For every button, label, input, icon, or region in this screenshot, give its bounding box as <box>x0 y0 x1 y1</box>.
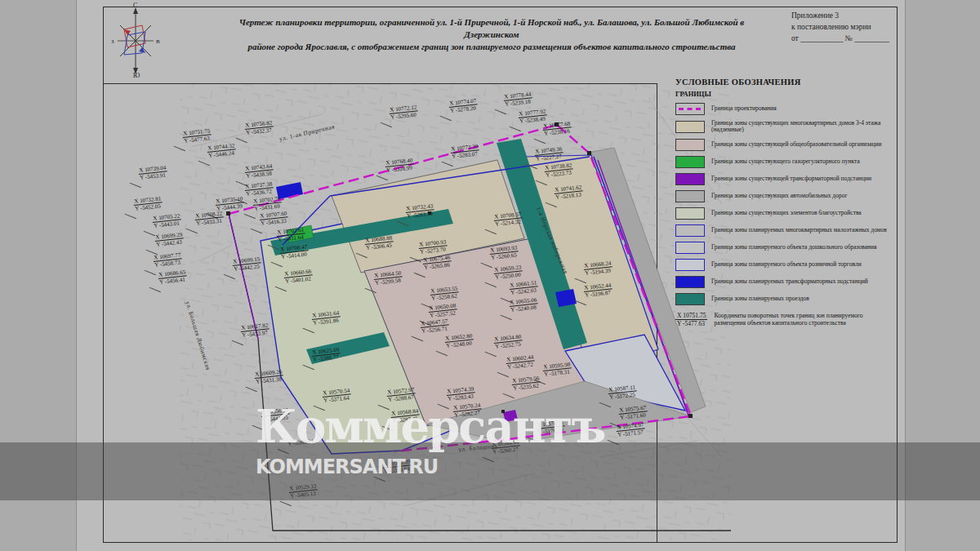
coord-label-19: X 10631.64Y -5391.86 <box>311 309 341 327</box>
coord-label-51: X 10652.80Y -5248.00 <box>444 332 474 349</box>
coord-label-6: X 10743.64Y -5438.58 <box>244 162 274 180</box>
coord-label-40: X 10688.88Y -5306.45 <box>364 234 394 251</box>
drawing-title-line2: районе города Ярославля, с отображением … <box>222 41 761 53</box>
coord-label-20: X 10617.82Y -5433.97 <box>240 322 270 339</box>
legend-swatch-4 <box>675 173 705 185</box>
coord-label-46: X 10661.51Y -5242.03 <box>509 279 539 296</box>
coord-label-7: X 10737.38Y -5436.72 <box>244 180 274 198</box>
legend-label-8: Граница зоны планируемого объекта дошкол… <box>711 244 877 251</box>
legend-item-5: Граница зоны существующих автомобильных … <box>675 190 904 202</box>
legend-subtitle: ГРАНИЦЫ <box>675 90 904 98</box>
legend-swatch-9 <box>675 259 705 271</box>
coord-label-48: X 10653.55Y -5258.62 <box>430 285 460 302</box>
coord-label-0: X 10751.75Y -5477.63 <box>182 127 212 144</box>
legend-swatch-2 <box>675 139 705 151</box>
legend-label-10: Граница зоны планируемых трансформаторны… <box>711 278 868 285</box>
dashed-line-sample <box>679 108 701 110</box>
coord-label-52: X 10668.24Y -5194.39 <box>583 260 613 277</box>
coord-label-56: X 10595.98Y -5178.31 <box>542 361 572 378</box>
coord-note-y: Y -5477.63 <box>675 320 707 327</box>
coord-label-33: X 10773.30Y -5283.07 <box>450 143 480 160</box>
coord-note-text: Координаты поворотных точек границ зон п… <box>714 312 885 327</box>
legend-label-4: Граница зоны существующей трансформаторн… <box>711 176 871 182</box>
legend-item-10: Граница зоны планируемых трансформаторны… <box>675 276 904 288</box>
annex-line2: к постановлению мэрии <box>791 22 889 33</box>
kommersant-logo-watermark: Коммерсантъ <box>256 399 604 453</box>
legend-swatch-3 <box>675 156 705 168</box>
legend-swatch-0 <box>675 103 705 115</box>
coord-label-55: X 10602.44Y -5242.72 <box>506 353 536 371</box>
coord-label-49: X 10650.08Y -5257.52 <box>428 302 458 319</box>
legend-item-0: Граница проектирования <box>675 103 904 115</box>
coord-label-34: X 10768.40Y -5328.99 <box>385 157 415 174</box>
compass-rose-icon: С Ю З В <box>109 2 162 78</box>
legend-swatch-5 <box>675 190 705 202</box>
coord-label-63: X 10575.67Y -5171.60 <box>618 404 648 421</box>
legend-swatch-11 <box>675 293 705 305</box>
coord-note-sample: X 10751.75 Y -5477.63 <box>675 312 707 327</box>
coord-note-x: X 10751.75 <box>675 312 707 320</box>
legend-label-2: Граница зоны существующей общеобразовате… <box>711 141 882 148</box>
coord-label-64: X 10574.97Y -5171.57 <box>616 421 646 438</box>
coord-label-12: X 10702.61Y -5431.64 <box>276 226 306 243</box>
legend-item-1: Граница зоны существующих многоквартирны… <box>675 120 904 134</box>
coord-label-30: X 10778.44Y -5239.18 <box>503 91 533 108</box>
coord-label-38: X 10708.57Y -5214.32 <box>493 211 523 228</box>
legend-item-2: Граница зоны существующей общеобразовате… <box>675 139 904 151</box>
coord-label-18: X 10660.66Y -5401.02 <box>283 268 314 285</box>
coord-label-16: X 10697.77Y -5458.73 <box>153 251 183 269</box>
annex-note: Приложение 3 к постановлению мэрии от __… <box>791 11 889 44</box>
legend-item-8: Граница зоны планируемого объекта дошкол… <box>675 242 904 254</box>
legend-label-5: Граница зоны существующих автомобильных … <box>711 193 848 199</box>
coord-label-11: X 10707.60Y -5416.33 <box>259 210 289 227</box>
legend-label-0: Граница проектирования <box>711 105 777 112</box>
coord-label-44: X 10693.93Y -5260.65 <box>489 244 519 261</box>
legend-label-9: Граница зоны планируемого объекта рознич… <box>711 261 862 268</box>
legend-item-3: Граница зоны существующего газорегулятор… <box>675 156 904 168</box>
legend-item-4: Граница зоны существующей трансформаторн… <box>675 173 904 185</box>
coord-label-45: X 10659.23Y -5250.00 <box>493 264 523 281</box>
coord-label-29: X 10774.07Y -5278.20 <box>448 97 479 114</box>
coord-label-3: X 10739.04Y -5453.91 <box>138 164 168 181</box>
legend-item-9: Граница зоны планируемого объекта рознич… <box>675 259 904 271</box>
legend-swatch-7 <box>675 224 705 237</box>
legend-title: УСЛОВНЫЕ ОБОЗНАЧЕНИЯ <box>675 78 904 87</box>
coord-label-47: X 10655.06Y -5240.08 <box>509 296 539 313</box>
annex-line1: Приложение 3 <box>791 11 889 22</box>
coord-label-53: X 10652.44Y -5196.87 <box>583 282 613 299</box>
legend-label-3: Граница зоны существующего газорегулятор… <box>711 158 860 165</box>
coord-label-32: X 10777.68Y -5238.16 <box>542 120 572 137</box>
coord-label-54: X 10634.80Y -5252.75 <box>493 333 523 350</box>
legend-label-1: Граница зоны существующих многоквартирны… <box>711 120 904 134</box>
coord-label-37: X 10741.62Y -5218.13 <box>554 184 584 201</box>
legend-item-6: Граница зоны существующих элементов благ… <box>675 207 904 220</box>
legend-label-6: Граница зоны существующих элементов благ… <box>711 210 862 216</box>
kommersant-site-watermark: KOMMERSANT.RU <box>256 455 438 478</box>
coord-label-42: X 10675.46Y -5265.86 <box>422 254 452 271</box>
drawing-title-line1: Чертеж планировки территории, ограниченн… <box>222 16 761 41</box>
kommersant-article-image: С Ю З В Чертеж планировки территории, ог… <box>0 0 980 551</box>
coord-label-39: X 10732.43Y -5283.39 <box>405 202 435 220</box>
coord-label-57: X 10579.56Y -5235.62 <box>511 375 541 392</box>
compass-west: З <box>111 38 114 45</box>
coord-label-17: X 10686.65Y -5456.41 <box>158 269 188 286</box>
compass-east: В <box>156 38 160 45</box>
coord-label-2: X 10744.32Y -5446.24 <box>207 142 237 159</box>
compass-south: Ю <box>133 72 140 78</box>
annex-line3: от ___________ № _________ <box>791 33 889 45</box>
coord-label-21: X 10625.09Y -5388.77 <box>311 346 341 363</box>
coord-label-50: X 10647.57Y -5256.71 <box>420 318 450 335</box>
coord-label-1: X 10756.82Y -5432.37 <box>244 119 274 136</box>
legend: УСЛОВНЫЕ ОБОЗНАЧЕНИЯ ГРАНИЦЫ Граница про… <box>675 78 904 327</box>
drawing-title: Чертеж планировки территории, ограниченн… <box>222 16 761 53</box>
legend-coord-note: X 10751.75 Y -5477.63 Координаты поворот… <box>675 312 904 327</box>
legend-swatch-6 <box>675 207 705 220</box>
coord-label-9: X 10702.76Y -5431.69 <box>252 195 283 212</box>
coord-label-22: X 10609.26Y -5431.38 <box>254 368 284 385</box>
legend-label-11: Граница зоны планируемых проездов <box>711 295 809 302</box>
coord-label-13: X 10700.47Y -5414.00 <box>279 243 310 260</box>
coord-label-4: X 10732.81Y -5452.05 <box>133 195 163 212</box>
legend-items: Граница проектированияГраница зоны сущес… <box>675 103 904 305</box>
legend-label-7: Граница зоны планируемых многоквартирных… <box>711 227 887 233</box>
coord-label-35: X 10749.36Y -5227.27 <box>534 145 564 162</box>
